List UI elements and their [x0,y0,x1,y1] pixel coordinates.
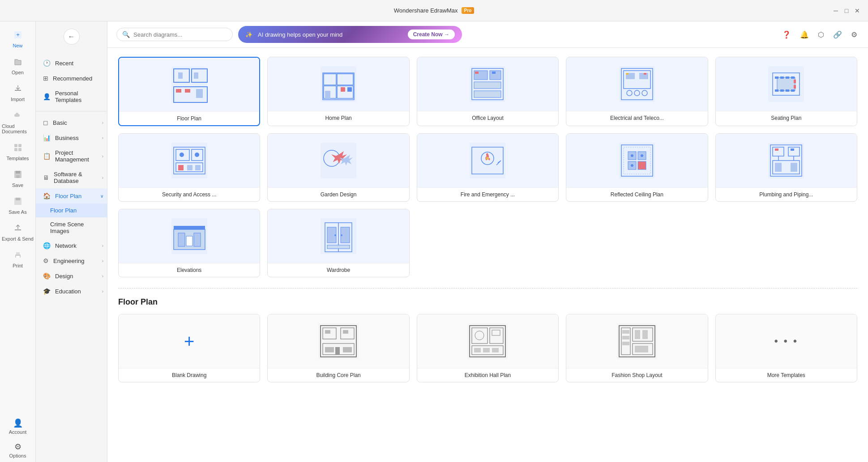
template-electrical[interactable]: Electrical and Teleco... [566,57,708,126]
settings-icon[interactable]: ⚙ [849,29,859,41]
sidebar-item-network[interactable]: 🌐 Network › [36,238,107,253]
bottom-template-grid: + Blank Drawing [118,314,857,382]
svg-rect-144 [635,330,640,339]
sidebar-item-education[interactable]: 🎓 Education › [36,284,107,299]
minimize-button[interactable]: ─ [832,7,839,14]
sidebar-item-recent[interactable]: 🕐 Recent [36,55,107,71]
svg-point-89 [641,154,643,157]
template-wardrobe[interactable]: Wardrobe [267,209,409,277]
ai-icon: ✨ [245,31,252,38]
svg-rect-6 [18,148,21,151]
svg-text:+: + [16,31,20,38]
nav-options[interactable]: ⚙ Options [7,438,29,462]
template-garden-design[interactable]: Garden Design [267,133,409,202]
template-seating-plan-img [716,57,857,111]
exhibition-hall-label: Exhibition Hall Plan [417,368,558,382]
bottom-exhibition-hall[interactable]: Exhibition Hall Plan [417,314,559,382]
app-title: Wondershare EdrawMax Pro [394,7,475,14]
template-floor-plan[interactable]: Floor Plan [118,57,260,126]
print-icon [13,250,22,262]
sidebar: ← 🕐 Recent ⊞ Recommended 👤 Personal Temp… [36,21,107,462]
svg-rect-56 [780,76,784,79]
svg-rect-74 [195,165,201,170]
close-button[interactable]: ✕ [854,7,861,14]
maximize-button[interactable]: □ [843,7,850,14]
svg-rect-96 [775,163,782,172]
template-elevations-img [119,209,260,263]
share-icon[interactable]: 🔗 [831,29,844,41]
template-plumbing-label: Plumbing and Piping... [716,187,857,201]
sidebar-item-project[interactable]: 📋 Project Management › [36,145,107,167]
nav-print[interactable]: Print [0,247,35,272]
sidebar-sub-floorplan[interactable]: Floor Plan [36,203,107,217]
template-plumbing[interactable]: Plumbing and Piping... [715,133,857,202]
save-icon [13,170,22,181]
cloud-label: Cloud Documents [2,123,34,134]
bell-icon[interactable]: 🔔 [798,29,811,41]
svg-rect-3 [14,144,17,147]
sidebar-item-business[interactable]: 📊 Business › [36,130,107,145]
nav-cloud[interactable]: Cloud Documents [0,107,35,138]
print-label: Print [13,263,23,268]
template-elevations[interactable]: Elevations [118,209,260,277]
floorplan-chevron: ∨ [100,194,103,199]
template-office-layout[interactable]: Office Layout [417,57,559,126]
svg-rect-42 [619,66,655,102]
sidebar-item-floorplan[interactable]: 🏠 Floor Plan ∨ [36,188,107,203]
nav-saveas[interactable]: Save As [0,193,35,218]
template-home-plan[interactable]: Home Plan [267,57,409,126]
engineering-chevron: › [102,259,103,263]
back-button[interactable]: ← [64,29,80,45]
education-chevron: › [102,289,103,294]
svg-rect-125 [335,347,340,355]
svg-rect-31 [325,91,330,98]
svg-point-70 [180,153,184,157]
template-garden-label: Garden Design [268,187,409,201]
svg-rect-4 [18,144,21,147]
community-icon[interactable]: ⬡ [816,29,826,41]
sidebar-item-basic[interactable]: ◻ Basic › [36,115,107,130]
template-seating-plan[interactable]: Seating Plan [715,57,857,126]
section-divider [118,288,857,288]
bottom-building-core[interactable]: Building Core Plan [267,314,409,382]
import-label: Import [11,97,25,102]
create-now-button[interactable]: Create Now → [408,30,455,39]
sidebar-item-personal[interactable]: 👤 Personal Templates [36,86,107,107]
export-label: Export & Send [2,236,34,242]
bottom-more-templates[interactable]: • • • More Templates [715,314,857,382]
search-box[interactable]: 🔍 [116,28,233,41]
bottom-blank-drawing[interactable]: + Blank Drawing [118,314,260,382]
nav-export[interactable]: Export & Send [0,220,35,245]
template-wardrobe-label: Wardrobe [268,263,409,277]
sidebar-item-engineering[interactable]: ⚙ Engineering › [36,253,107,268]
nav-templates[interactable]: Templates [0,140,35,165]
help-icon[interactable]: ❓ [780,29,793,41]
nav-import[interactable]: Import [0,81,35,106]
sidebar-item-software[interactable]: 🖥 Software & Database › [36,167,107,188]
template-security-access[interactable]: Security and Access ... [118,133,260,202]
nav-new[interactable]: + New [0,27,35,52]
bottom-fashion-shop[interactable]: Fashion Shop Layout [566,314,708,382]
svg-point-80 [486,157,489,160]
account-icon: 👤 [13,418,23,428]
svg-rect-64 [794,85,796,89]
svg-rect-121 [325,330,330,334]
svg-rect-115 [327,245,350,249]
main-content: 🔍 ✨ AI drawing helps open your mind Crea… [107,21,868,462]
sidebar-item-design[interactable]: 🎨 Design › [36,268,107,284]
sidebar-item-recommended[interactable]: ⊞ Recommended [36,71,107,86]
template-fire-emergency[interactable]: Fire and Emergency ... [417,133,559,202]
ai-banner[interactable]: ✨ AI drawing helps open your mind Create… [238,26,462,43]
svg-point-113 [334,234,336,236]
nav-open[interactable]: Open [0,54,35,79]
nav-account[interactable]: 👤 Account [7,415,29,438]
svg-rect-15 [16,256,20,258]
sidebar-sub-crimescene[interactable]: Crime Scene Images [36,217,107,238]
design-icon: 🎨 [43,272,51,280]
search-input[interactable] [133,31,227,38]
template-reflected-ceiling[interactable]: Reflected Ceiling Plan [566,133,708,202]
nav-save[interactable]: Save [0,166,35,191]
svg-rect-124 [343,347,352,352]
svg-rect-23 [176,89,181,93]
recent-icon: 🕐 [43,59,51,67]
